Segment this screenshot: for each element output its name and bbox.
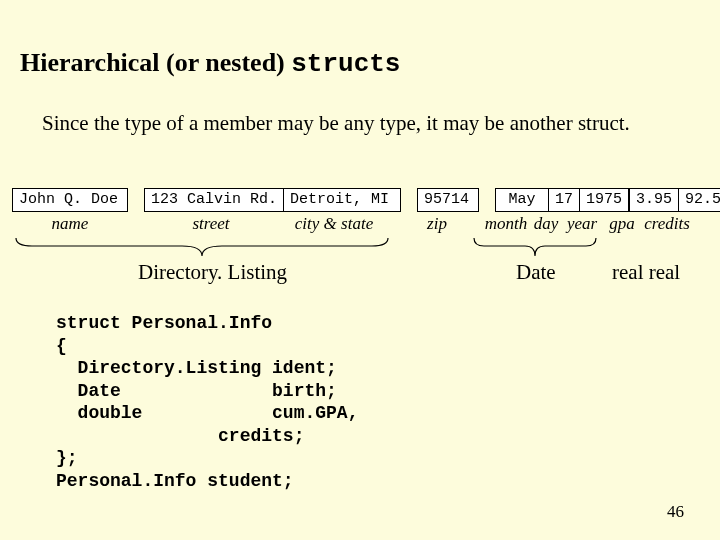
lbl-credits: credits: [642, 214, 692, 234]
cell-credits: 92.5: [678, 188, 720, 212]
cell-citystate: Detroit, MI: [283, 188, 401, 212]
slide-title: Hierarchical (or nested) structs: [20, 48, 400, 79]
cell-year: 1975: [579, 188, 629, 212]
lbl-gpa: gpa: [602, 214, 642, 234]
field-labels: name street city & state zip month day y…: [12, 214, 692, 234]
group-label-directory: Directory. Listing: [138, 260, 287, 285]
group-identity: John Q. Doe: [12, 188, 128, 212]
cell-name: John Q. Doe: [12, 188, 128, 212]
group-address: 123 Calvin Rd. Detroit, MI: [144, 188, 401, 212]
data-row: John Q. Doe 123 Calvin Rd. Detroit, MI 9…: [12, 188, 720, 212]
group-reals: 3.95 92.5: [629, 188, 720, 212]
page-number: 46: [667, 502, 684, 522]
title-prefix: Hierarchical (or nested): [20, 48, 291, 77]
group-label-reals: real real: [612, 260, 680, 285]
brace-directory: [12, 236, 392, 258]
lbl-zip: zip: [406, 214, 468, 234]
lbl-year: year: [562, 214, 602, 234]
cell-zip: 95714: [417, 188, 479, 212]
cell-day: 17: [548, 188, 580, 212]
group-date: May 17 1975: [495, 188, 629, 212]
lbl-month: month: [482, 214, 530, 234]
title-mono: structs: [291, 49, 400, 79]
code-block: struct Personal.Info { Directory.Listing…: [56, 312, 358, 492]
lbl-street: street: [144, 214, 278, 234]
group-label-date: Date: [516, 260, 556, 285]
group-zip: 95714: [417, 188, 479, 212]
lbl-citystate: city & state: [278, 214, 390, 234]
cell-month: May: [495, 188, 549, 212]
brace-date: [470, 236, 600, 258]
lbl-day: day: [530, 214, 562, 234]
lbl-name: name: [12, 214, 128, 234]
cell-gpa: 3.95: [629, 188, 679, 212]
intro-paragraph: Since the type of a member may be any ty…: [42, 110, 680, 136]
cell-street: 123 Calvin Rd.: [144, 188, 284, 212]
